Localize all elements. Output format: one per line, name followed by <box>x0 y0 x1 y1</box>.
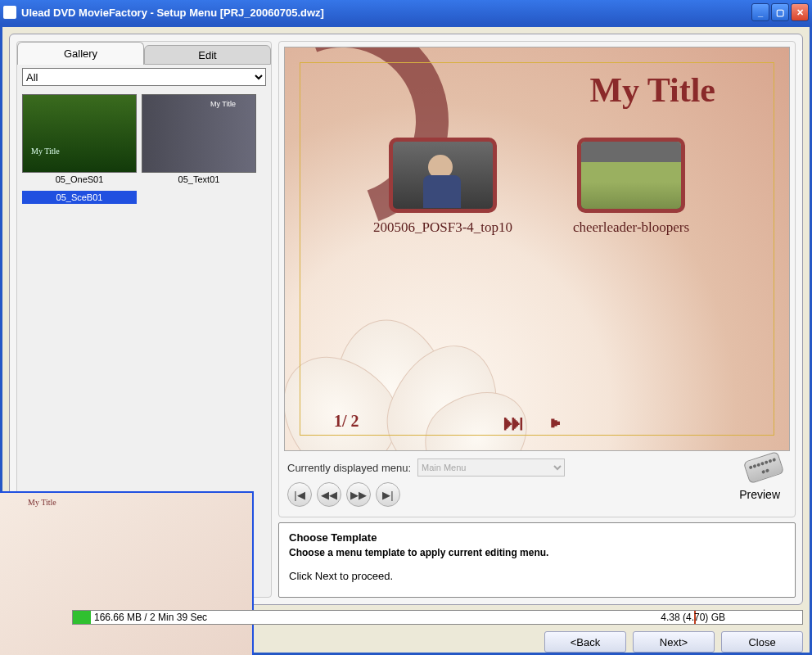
menu-clip[interactable]: 200506_POSF3-4_top10 <box>369 138 517 236</box>
maximize-button[interactable]: ▢ <box>771 3 789 21</box>
prev-button[interactable]: ◀◀ <box>317 482 341 507</box>
clip-label: 200506_POSF3-4_top10 <box>369 219 517 236</box>
hint-next: Click Next to proceed. <box>289 570 785 582</box>
capacity-used-text: 166.66 MB / 2 Min 39 Sec <box>94 612 207 623</box>
displayed-menu-select[interactable]: Main Menu <box>417 458 565 477</box>
capacity-total-text: 4.38 (4.70) GB <box>661 612 791 623</box>
template-thumb-selected[interactable]: My Title 05_SceB01 <box>22 191 137 204</box>
thumb-label: 05_SceB01 <box>22 191 137 204</box>
close-button[interactable]: Close <box>721 631 803 653</box>
first-button[interactable]: |◀ <box>287 482 312 507</box>
window-title: Ulead DVD MovieFactory - Setup Menu [PRJ… <box>21 7 751 19</box>
app-icon <box>3 6 16 19</box>
next-button[interactable]: ▶▶ <box>346 482 371 507</box>
capacity-bar: 166.66 MB / 2 Min 39 Sec 4.38 (4.70) GB <box>72 610 803 625</box>
template-filter-select[interactable]: All <box>22 68 266 86</box>
title-bar: Ulead DVD MovieFactory - Setup Menu [PRJ… <box>0 0 812 25</box>
back-button[interactable]: <Back <box>544 631 626 653</box>
capacity-used-bar <box>73 611 91 624</box>
tab-edit[interactable]: Edit <box>144 45 271 65</box>
menu-nav-icons[interactable]: ⏭ ▶ <box>503 410 571 436</box>
thumb-label: 05_OneS01 <box>22 173 137 186</box>
clip-label: cheerleader-bloopers <box>557 219 705 236</box>
preview-label: Preview <box>739 488 787 501</box>
template-thumb[interactable]: My Title 05_Text01 <box>142 94 256 186</box>
page-indicator: 1/ 2 <box>334 412 359 431</box>
minimize-button[interactable]: _ <box>751 3 769 21</box>
displayed-menu-label: Currently displayed menu: <box>287 462 411 474</box>
preview-panel: My Title 200506_POSF3-4_top10 cheerleade… <box>278 41 796 517</box>
hint-text: Choose a menu template to apply current … <box>289 547 785 558</box>
hint-heading: Choose Template <box>289 531 785 544</box>
hint-box: Choose Template Choose a menu template t… <box>278 522 796 598</box>
menu-title[interactable]: My Title <box>589 70 715 110</box>
tab-gallery[interactable]: Gallery <box>17 42 144 65</box>
window-close-button[interactable]: ✕ <box>791 3 809 21</box>
menu-clip[interactable]: cheerleader-bloopers <box>557 138 705 236</box>
menu-preview[interactable]: My Title 200506_POSF3-4_top10 cheerleade… <box>284 47 790 451</box>
template-thumb[interactable]: My Title 05_OneS01 <box>22 94 137 186</box>
next-button-nav[interactable]: Next> <box>633 631 715 653</box>
thumb-label: 05_Text01 <box>142 173 256 186</box>
last-button[interactable]: ▶| <box>376 482 400 507</box>
gallery-panel: Gallery Edit All My Title 05_OneS01 My T… <box>16 41 272 598</box>
